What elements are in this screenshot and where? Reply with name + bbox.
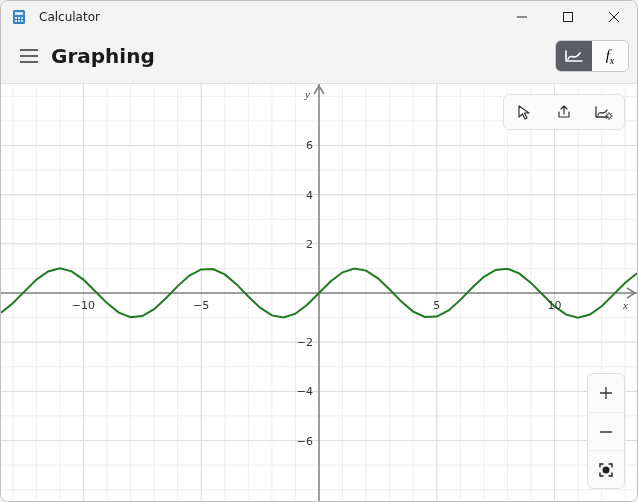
svg-rect-2: [15, 17, 17, 19]
svg-rect-7: [21, 20, 23, 22]
y-tick-label: −6: [297, 434, 313, 447]
share-button[interactable]: [544, 95, 584, 129]
svg-rect-1: [15, 12, 23, 15]
x-tick-label: −5: [193, 299, 209, 312]
x-tick-label: −10: [72, 299, 95, 312]
y-axis-label: y: [305, 88, 310, 100]
svg-point-75: [603, 466, 610, 473]
graph-svg: [1, 84, 637, 501]
svg-rect-6: [18, 20, 20, 22]
zoom-fit-button[interactable]: [588, 450, 624, 488]
zoom-toolbar: [587, 373, 625, 489]
graph-canvas[interactable]: −10−5510−6−4−2246yx: [1, 83, 637, 501]
y-tick-label: −4: [297, 385, 313, 398]
zoom-in-button[interactable]: [588, 374, 624, 412]
title-bar: Calculator: [1, 1, 637, 33]
equation-view-button[interactable]: fx: [592, 41, 628, 71]
window-title: Calculator: [39, 10, 100, 24]
x-tick-label: 10: [548, 299, 562, 312]
graph-view-button[interactable]: [556, 41, 592, 71]
svg-rect-3: [18, 17, 20, 19]
y-tick-label: −2: [297, 336, 313, 349]
graph-equation-toggle: fx: [555, 40, 629, 72]
calculator-app-icon: [11, 9, 27, 25]
zoom-out-button[interactable]: [588, 412, 624, 450]
fx-sub: x: [610, 55, 614, 66]
minimize-button[interactable]: [499, 1, 545, 33]
trace-cursor-button[interactable]: [504, 95, 544, 129]
x-tick-label: 5: [433, 299, 440, 312]
svg-rect-5: [15, 20, 17, 22]
graph-toolbar: [503, 94, 625, 130]
graph-options-button[interactable]: [584, 95, 624, 129]
mode-title: Graphing: [51, 44, 155, 68]
svg-point-71: [607, 114, 612, 119]
svg-rect-4: [21, 17, 23, 19]
maximize-button[interactable]: [545, 1, 591, 33]
y-tick-label: 4: [306, 188, 313, 201]
svg-rect-9: [564, 13, 573, 22]
window-controls: [499, 1, 637, 33]
y-tick-label: 2: [306, 237, 313, 250]
close-button[interactable]: [591, 1, 637, 33]
x-axis-label: x: [623, 299, 628, 311]
hamburger-menu-button[interactable]: [9, 36, 49, 76]
header: Graphing fx: [1, 33, 637, 83]
y-tick-label: 6: [306, 139, 313, 152]
